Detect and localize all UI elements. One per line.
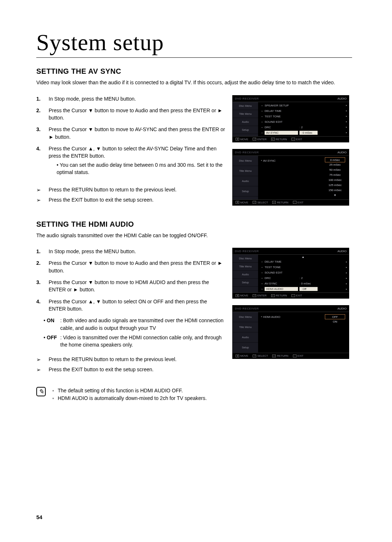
osd-side-disc: Disc Menu [233, 156, 258, 166]
page-title: System setup [36, 29, 352, 58]
osd-side-audio: Audio [233, 176, 258, 186]
exit-icon: → [291, 294, 295, 297]
osd-top-right: AUDIO [338, 97, 347, 100]
osd-side-disc: Disc Menu [233, 312, 258, 322]
return-icon: ↩ [272, 355, 276, 357]
s2-tip1: Press the RETURN button to return to the… [49, 356, 177, 364]
enter-icon: ⏎ [253, 294, 256, 297]
osd-btn-exit: EXIT [298, 354, 304, 357]
s1-step2: Press the Cursor ▼ button to move to Aud… [49, 107, 225, 122]
osd-row: HDMI AUDIO [263, 315, 281, 319]
move-icon: ✥ [236, 138, 239, 141]
arrow-icon: ➢ [36, 196, 49, 204]
osd-row: SPEAKER SETUP [265, 104, 298, 107]
return-icon: ↩ [271, 138, 275, 141]
osd-val: 2 [299, 276, 318, 280]
s2-step2: Press the Cursor ▼ button to move to Aud… [49, 259, 225, 274]
osd-btn-return: RETURN [276, 294, 287, 297]
select-icon: ⏎ [253, 355, 256, 357]
move-icon: ✥ [236, 201, 239, 204]
osd-side-title: Title Menu [233, 322, 258, 332]
osd-top-right: AUDIO [338, 250, 347, 253]
osd-side-title: Title Menu [233, 263, 258, 271]
osd-row: DRC [265, 276, 298, 280]
osd-val: 2 [299, 126, 318, 129]
osd-opt: 150 mSec [325, 188, 345, 193]
return-icon: ↩ [271, 294, 275, 297]
osd-btn-exit: EXIT [296, 138, 302, 141]
osd-opt: 25 mSec [325, 162, 345, 167]
osd-row: AV-SYNC [263, 159, 276, 162]
s1-step4: Press the Cursor ▲, ▼ button to select t… [49, 145, 225, 160]
osd-row: SOUND EDIT [265, 120, 298, 124]
osd-row: SOUND EDIT [265, 271, 298, 274]
osd-opt: 75 mSec [325, 173, 345, 178]
s2-step1: In Stop mode, press the MENU button. [49, 248, 136, 255]
s1-sub: • You can set the audio delay time betwe… [57, 161, 225, 176]
osd-side-audio: Audio [233, 271, 258, 279]
osd-side-audio: Audio [233, 332, 258, 343]
osd-side-disc: Disc Menu [233, 102, 258, 110]
s1-tip2: Press the EXIT button to exit the setup … [49, 196, 154, 204]
osd-btn-select: SELECT [257, 201, 268, 204]
exit-icon: → [293, 201, 297, 204]
exit-icon: → [293, 355, 297, 357]
osd-side-title: Title Menu [233, 110, 258, 118]
s2-off: : Video is transmitted over the HDMI con… [60, 334, 225, 349]
osd-side-setup: Setup [233, 343, 258, 353]
osd-side-audio: Audio [233, 118, 258, 126]
osd-side-disc: Disc Menu [233, 255, 258, 263]
osd-btn-return: RETURN [276, 138, 287, 141]
osd-btn-exit: EXIT [296, 294, 302, 297]
return-icon: ↩ [272, 201, 276, 204]
s2-note2: HDMI AUDIO is automatically down-mixed t… [58, 395, 207, 402]
s2-note1: The default setting of this function is … [58, 387, 183, 395]
arrow-icon: ➢ [36, 356, 49, 364]
s1-tip1: Press the RETURN button to return to the… [49, 186, 177, 194]
steps-col-hdmi: 1.In Stop mode, press the MENU button. 2… [36, 248, 225, 402]
osd-avsync-options: DVD RECEIVERAUDIO Disc Menu Title Menu A… [232, 149, 349, 206]
osd-btn-move: MOVE [240, 354, 248, 357]
osd-btn-exit: EXIT [298, 201, 304, 204]
osd-top-right: AUDIO [338, 307, 347, 310]
down-arrow-icon: ▼ [325, 193, 345, 198]
arrow-icon: ➢ [36, 186, 49, 194]
osd-btn-move: MOVE [240, 138, 248, 141]
arrow-icon: ➢ [36, 366, 49, 374]
osd-opt: 125 mSec [325, 183, 345, 188]
osd-side-setup: Setup [233, 126, 258, 134]
s2-tip2: Press the EXIT button to exit the setup … [49, 366, 154, 374]
select-icon: ⏎ [253, 201, 256, 204]
osd-row: DELAY TIME [265, 260, 298, 263]
page-number: 54 [36, 514, 42, 520]
intro-avsync: Video may look slower than the audio if … [36, 79, 352, 86]
osd-top-label: DVD RECEIVER [235, 151, 259, 154]
osd-btn-enter: ENTER [257, 138, 266, 141]
osd-row: DELAY TIME [265, 109, 298, 113]
osd-top-label: DVD RECEIVER [235, 307, 259, 310]
osd-btn-select: SELECT [257, 354, 268, 357]
up-arrow-icon: ▲ [259, 255, 347, 259]
osd-btn-move: MOVE [240, 201, 248, 204]
osd-row-selected: AV-SYNC [265, 131, 298, 135]
osd-side-setup: Setup [233, 279, 258, 287]
note-icon: ✎ [36, 387, 46, 396]
osd-btn-enter: ENTER [257, 294, 266, 297]
s2-step3: Press the Cursor ▼ button to move to HDM… [49, 279, 225, 294]
s1-step3: Press the Cursor ▼ button to move to AV-… [49, 126, 225, 141]
heading-hdmiaudio: SETTING THE HDMI AUDIO [36, 220, 356, 228]
steps-col-avsync: 1.In Stop mode, press the MENU button. 2… [36, 95, 225, 206]
osd-avsync-menu: DVD RECEIVERAUDIO Disc Menu Title Menu A… [232, 95, 349, 142]
osd-opt-selected: 0 mSec [325, 157, 345, 162]
s2-on: : Both video and audio signals are trans… [60, 317, 225, 332]
s1-step1: In Stop mode, press the MENU button. [49, 95, 136, 102]
osd-btn-return: RETURN [277, 201, 288, 204]
osd-val: 0 mSec [299, 131, 318, 135]
exit-icon: → [291, 138, 295, 141]
move-icon: ✥ [236, 294, 239, 297]
osd-side-title: Title Menu [233, 166, 258, 176]
osd-opt-selected: OFF [325, 314, 345, 319]
intro-hdmiaudio: The audio signals transmitted over the H… [36, 232, 352, 239]
heading-avsync: SETTING THE AV SYNC [36, 67, 356, 76]
osd-row: TEST TONE [265, 266, 298, 269]
